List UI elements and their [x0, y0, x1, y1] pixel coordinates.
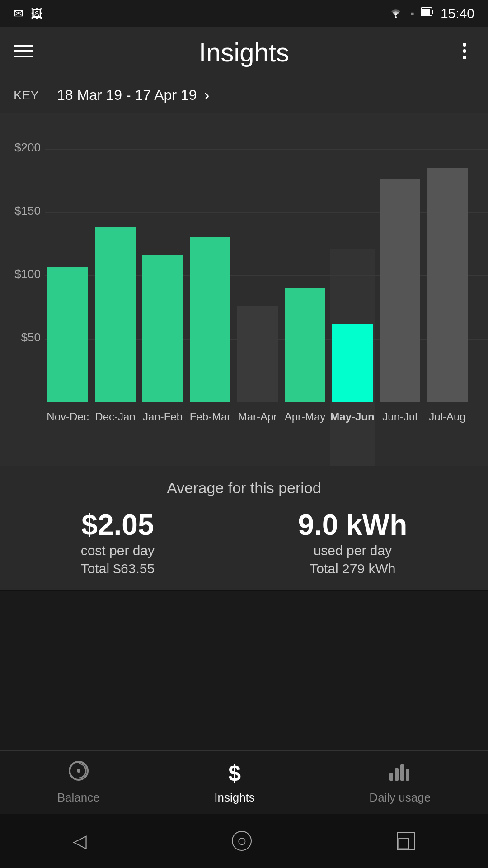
bar-may-jun[interactable]: [332, 324, 373, 402]
usage-label: used per day: [298, 543, 407, 558]
avg-period-label: Average for this period: [9, 479, 479, 497]
svg-point-7: [463, 43, 466, 47]
gmail-icon: ✉: [14, 7, 23, 21]
back-button[interactable]: ◁: [73, 830, 87, 851]
svg-rect-18: [400, 764, 404, 781]
divider: [0, 590, 488, 591]
date-range-text: 18 Mar 19 - 17 Apr 19: [57, 87, 197, 104]
hamburger-button[interactable]: [14, 41, 33, 63]
svg-rect-17: [395, 768, 399, 781]
sim-icon: ▪: [410, 7, 414, 20]
usage-value: 9.0 kWh: [298, 510, 407, 539]
x-label-mar-apr: Mar-Apr: [238, 410, 277, 423]
svg-rect-6: [14, 56, 33, 57]
chart-container: $200 $150 $100 $50 Nov-Dec Dec-Jan Jan-F…: [0, 113, 488, 466]
usage-total: Total 279 kWh: [298, 561, 407, 576]
bar-jun-jul[interactable]: [380, 179, 420, 402]
status-bar: ✉ 🖼 ▪ 15:40: [0, 0, 488, 27]
svg-rect-16: [389, 773, 393, 781]
cost-total: Total $63.55: [81, 561, 155, 576]
x-label-apr-may: Apr-May: [285, 410, 326, 423]
photo-icon: 🖼: [31, 7, 42, 21]
date-bar: KEY 18 Mar 19 - 17 Apr 19 ›: [0, 77, 488, 113]
x-label-feb-mar: Feb-Mar: [190, 410, 231, 423]
bottom-nav: Balance $ Insights Daily usage: [0, 750, 488, 814]
nav-label-balance: Balance: [57, 791, 100, 805]
nav-item-insights[interactable]: $ Insights: [214, 760, 255, 805]
y-label-50: $50: [21, 330, 41, 344]
system-nav: ◁ ○ □: [0, 814, 488, 868]
bar-jul-aug[interactable]: [427, 168, 468, 402]
key-label: KEY: [14, 88, 39, 103]
svg-rect-5: [14, 50, 33, 52]
bar-jan-feb[interactable]: [142, 255, 183, 402]
y-label-150: $150: [14, 204, 41, 217]
x-label-jan-feb: Jan-Feb: [143, 410, 183, 423]
svg-point-9: [463, 56, 466, 59]
status-right-icons: ▪ 15:40: [388, 6, 474, 22]
nav-item-balance[interactable]: Balance: [57, 760, 100, 805]
y-label-200: $200: [14, 141, 41, 154]
stats-section: Average for this period $2.05 cost per d…: [0, 466, 488, 590]
svg-point-8: [463, 49, 466, 53]
home-button[interactable]: ○: [232, 831, 252, 851]
cost-label: cost per day: [81, 543, 155, 558]
status-left-icons: ✉ 🖼: [14, 7, 42, 21]
bar-dec-jan[interactable]: [95, 227, 136, 402]
svg-rect-3: [422, 9, 430, 15]
x-label-jul-aug: Jul-Aug: [429, 410, 465, 423]
page-title: Insights: [199, 37, 289, 67]
insights-dollar-icon: $: [228, 760, 241, 786]
bar-nov-dec[interactable]: [47, 267, 88, 402]
x-label-jun-jul: Jun-Jul: [382, 410, 417, 423]
usage-stat-block: 9.0 kWh used per day Total 279 kWh: [298, 510, 407, 576]
svg-rect-19: [406, 769, 409, 781]
bar-mar-apr[interactable]: [237, 306, 278, 402]
nav-label-insights: Insights: [214, 791, 255, 805]
status-time: 15:40: [441, 6, 474, 21]
svg-rect-2: [432, 10, 433, 14]
more-options-button[interactable]: [455, 41, 474, 63]
cost-stat-block: $2.05 cost per day Total $63.55: [81, 510, 155, 576]
wifi-icon: [388, 6, 404, 22]
x-label-nov-dec: Nov-Dec: [47, 410, 89, 423]
bar-feb-mar[interactable]: [190, 237, 230, 402]
x-label-may-jun: May-Jun: [330, 410, 374, 423]
battery-icon: [421, 6, 434, 22]
y-label-100: $100: [14, 267, 41, 281]
bar-apr-may[interactable]: [285, 288, 325, 402]
nav-label-daily-usage: Daily usage: [369, 791, 431, 805]
balance-icon: [68, 760, 89, 786]
svg-point-0: [395, 16, 397, 18]
svg-point-15: [77, 769, 80, 773]
stats-grid: $2.05 cost per day Total $63.55 9.0 kWh …: [9, 510, 479, 576]
bar-chart[interactable]: $200 $150 $100 $50 Nov-Dec Dec-Jan Jan-F…: [0, 113, 488, 466]
date-chevron-icon[interactable]: ›: [204, 86, 210, 105]
cost-value: $2.05: [81, 510, 155, 539]
daily-usage-icon: [389, 760, 411, 786]
app-bar: Insights: [0, 27, 488, 77]
svg-rect-4: [14, 45, 33, 47]
nav-item-daily-usage[interactable]: Daily usage: [369, 760, 431, 805]
recents-button[interactable]: □: [397, 832, 415, 850]
x-label-dec-jan: Dec-Jan: [95, 410, 135, 423]
chart-svg: $200 $150 $100 $50 Nov-Dec Dec-Jan Jan-F…: [0, 113, 488, 466]
